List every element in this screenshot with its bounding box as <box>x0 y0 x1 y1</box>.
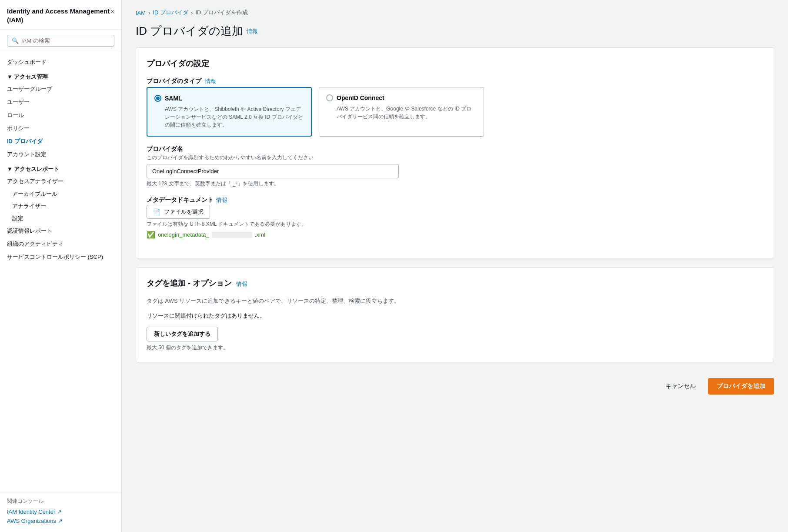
check-circle-icon: ✅ <box>147 231 155 239</box>
saml-desc: AWS アカウントと、Shibboleth や Active Directory… <box>154 105 304 129</box>
sidebar-nav: ダッシュボード ▼ アクセス管理 ユーザーグループ ユーザー ロール ポリシー … <box>0 52 121 492</box>
saml-label: SAML <box>165 95 182 102</box>
sidebar-item-settings[interactable]: 設定 <box>0 212 121 224</box>
tags-limit-hint: 最大 50 個のタグを追加できます。 <box>147 344 763 351</box>
openid-label: OpenID Connect <box>337 94 384 101</box>
provider-option-openid[interactable]: OpenID Connect AWS アカウントと、Google や Sales… <box>319 87 484 137</box>
saml-radio <box>154 95 161 102</box>
provider-name-input[interactable] <box>147 164 399 178</box>
page-title: ID プロバイダの追加 情報 <box>136 23 774 39</box>
submit-button[interactable]: プロバイダを追加 <box>708 378 774 395</box>
provider-name-group: プロバイダ名 このプロバイダを識別するためのわかりやすい名前を入力してください … <box>147 145 763 187</box>
openid-radio <box>326 94 333 101</box>
metadata-group: メタデータドキュメント 情報 📄 ファイルを選択 ファイルは有効な UTF-8 … <box>147 196 763 239</box>
sidebar-item-credentials-report[interactable]: 認証情報レポート <box>0 224 121 238</box>
sidebar-section-access-reports: ▼ アクセスレポート <box>0 161 121 175</box>
file-icon: 📄 <box>153 208 160 215</box>
sidebar-item-access-analyzer[interactable]: アクセスアナライザー <box>0 175 121 188</box>
sidebar-section-access-management: ▼ アクセス管理 <box>0 69 121 83</box>
sidebar-item-account-settings[interactable]: アカウント設定 <box>0 148 121 161</box>
no-tags-label: リソースに関連付けられたタグはありません。 <box>147 312 763 320</box>
breadcrumb-id-providers[interactable]: ID プロバイダ <box>153 9 188 17</box>
sidebar-item-user-groups[interactable]: ユーザーグループ <box>0 83 121 96</box>
tags-description: タグは AWS リソースに追加できるキーと値のペアで、リソースの特定、整理、検索… <box>147 297 763 305</box>
sidebar-item-roles[interactable]: ロール <box>0 109 121 122</box>
breadcrumb-sep-1: › <box>148 10 150 16</box>
metadata-label: メタデータドキュメント 情報 <box>147 196 763 204</box>
iam-identity-center-label: IAM Identity Center <box>7 509 55 515</box>
add-tag-button[interactable]: 新しいタグを追加する <box>147 327 218 341</box>
main-content: IAM › ID プロバイダ › ID プロバイダを作成 ID プロバイダの追加… <box>122 0 788 532</box>
provider-type-options: SAML AWS アカウントと、Shibboleth や Active Dire… <box>147 87 763 137</box>
aws-organizations-label: AWS Organizations <box>7 518 56 524</box>
sidebar-header: Identity and Access Management (IAM) × <box>0 0 121 30</box>
openid-desc: AWS アカウントと、Google や Salesforce などの ID プロ… <box>326 105 477 120</box>
breadcrumb-iam[interactable]: IAM <box>136 10 146 16</box>
sidebar-item-dashboard[interactable]: ダッシュボード <box>0 56 121 69</box>
provider-name-hint: 最大 128 文字まで、英数字または「._-」を使用します。 <box>147 180 763 187</box>
tags-card: タグを追加 - オプション 情報 タグは AWS リソースに追加できるキーと値の… <box>136 267 774 362</box>
iam-identity-center-link[interactable]: IAM Identity Center ↗ <box>7 509 114 515</box>
provider-option-saml[interactable]: SAML AWS アカウントと、Shibboleth や Active Dire… <box>147 87 312 137</box>
sidebar-title: Identity and Access Management (IAM) <box>7 7 110 24</box>
provider-type-group: プロバイダのタイプ 情報 SAML AWS アカウントと、Shibboleth … <box>147 77 763 137</box>
sidebar-footer-title: 関連コンソール <box>7 498 114 505</box>
provider-settings-card: プロバイダの設定 プロバイダのタイプ 情報 SAML AWS アカウントと、Sh… <box>136 47 774 258</box>
tags-card-title: タグを追加 - オプション 情報 <box>147 278 763 288</box>
file-upload-button[interactable]: 📄 ファイルを選択 <box>147 205 210 219</box>
file-ext: .xml <box>255 231 265 238</box>
sidebar-footer: 関連コンソール IAM Identity Center ↗ AWS Organi… <box>0 492 121 532</box>
external-link-icon-1: ↗ <box>58 518 63 524</box>
external-link-icon-0: ↗ <box>57 509 62 515</box>
file-name-redacted: ██████████ <box>212 232 252 238</box>
aws-organizations-link[interactable]: AWS Organizations ↗ <box>7 518 114 524</box>
provider-settings-title: プロバイダの設定 <box>147 58 763 69</box>
breadcrumb-current: ID プロバイダを作成 <box>195 9 248 17</box>
breadcrumb: IAM › ID プロバイダ › ID プロバイダを作成 <box>136 9 774 17</box>
openid-option-header: OpenID Connect <box>326 94 477 101</box>
add-tag-label: 新しいタグを追加する <box>154 330 210 338</box>
sidebar-item-policies[interactable]: ポリシー <box>0 122 121 135</box>
tags-info-link[interactable]: 情報 <box>236 281 247 287</box>
search-box[interactable]: 🔍 <box>7 35 114 47</box>
provider-type-label: プロバイダのタイプ 情報 <box>147 77 763 85</box>
sidebar-item-scp[interactable]: サービスコントロールポリシー (SCP) <box>0 251 121 264</box>
file-upload-label: ファイルを選択 <box>164 208 204 216</box>
provider-type-info-link[interactable]: 情報 <box>205 77 216 85</box>
sidebar-item-id-providers[interactable]: ID プロバイダ <box>0 135 121 148</box>
search-icon: 🔍 <box>12 37 19 44</box>
sidebar-item-users[interactable]: ユーザー <box>0 96 121 109</box>
provider-name-label: プロバイダ名 <box>147 145 763 153</box>
sidebar-search-area: 🔍 <box>0 30 121 52</box>
sidebar-item-org-activity[interactable]: 組織のアクティビティ <box>0 238 121 251</box>
saml-option-header: SAML <box>154 95 304 102</box>
page-info-link[interactable]: 情報 <box>247 27 258 35</box>
cancel-button[interactable]: キャンセル <box>660 379 701 394</box>
sidebar: Identity and Access Management (IAM) × 🔍… <box>0 0 122 532</box>
metadata-info-link[interactable]: 情報 <box>216 196 227 204</box>
page-footer: キャンセル プロバイダを追加 <box>136 371 774 398</box>
file-name-prefix: onelogin_metadata_ <box>158 231 209 238</box>
sidebar-item-archive-rules[interactable]: アーカイブルール <box>0 188 121 200</box>
close-icon[interactable]: × <box>110 8 114 16</box>
breadcrumb-sep-2: › <box>191 10 193 16</box>
provider-name-sublabel: このプロバイダを識別するためのわかりやすい名前を入力してください <box>147 154 763 161</box>
metadata-hint: ファイルは有効な UTF-8 XML ドキュメントである必要があります。 <box>147 221 763 228</box>
sidebar-item-analyzer[interactable]: アナライザー <box>0 200 121 212</box>
file-success-indicator: ✅ onelogin_metadata_██████████.xml <box>147 231 763 239</box>
search-input[interactable] <box>21 37 110 44</box>
